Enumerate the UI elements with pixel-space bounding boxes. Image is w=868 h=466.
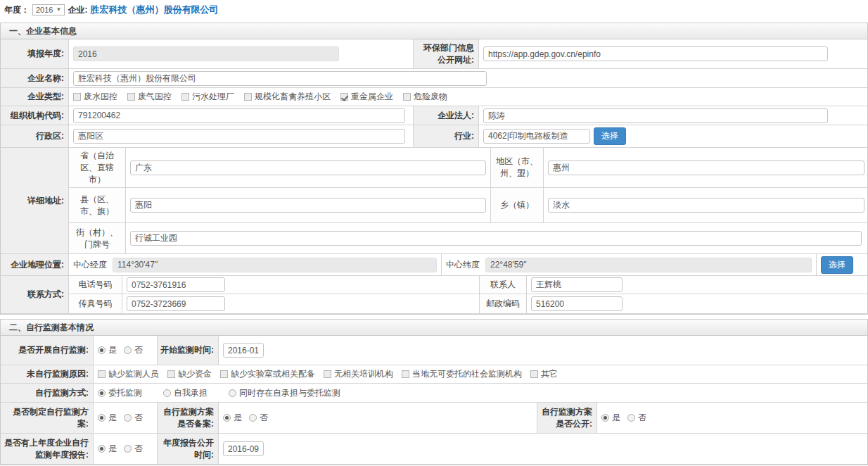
no-reason-option[interactable]: 缺少资金 bbox=[167, 368, 212, 380]
report-year-label: 填报年度: bbox=[1, 39, 69, 68]
district-input[interactable] bbox=[73, 129, 405, 144]
company-type-option[interactable]: 废水国控 bbox=[73, 91, 117, 103]
contact-subrow-fax: 传真号码 邮政编码 bbox=[69, 294, 867, 313]
row-company-type: 企业类型: 废水国控 废气国控 污水处理厂 规模化畜禽养殖小区 重金属企业 危险… bbox=[1, 88, 867, 106]
plan-made-options: 是 否 bbox=[94, 403, 158, 433]
province-cell bbox=[126, 148, 491, 187]
org-code-input[interactable] bbox=[73, 108, 405, 123]
row-geo-location: 企业地理位置: 中心经度 中心纬度 选择 bbox=[1, 254, 867, 276]
street-label: 街（村）、门牌号 bbox=[69, 223, 126, 253]
contact-person-input[interactable] bbox=[531, 277, 623, 292]
conduct-yes[interactable]: 是 bbox=[98, 344, 117, 356]
plan-made-yes[interactable]: 是 bbox=[98, 412, 117, 424]
start-time-input[interactable] bbox=[223, 343, 264, 358]
row-org-code: 组织机构代码: 企业法人: bbox=[1, 106, 867, 125]
report-time-input[interactable] bbox=[223, 441, 264, 456]
legal-person-label: 企业法人: bbox=[414, 106, 479, 125]
company-type-label: 企业类型: bbox=[1, 88, 69, 106]
no-reason-option[interactable]: 缺少监测人员 bbox=[98, 368, 159, 380]
region-cell bbox=[544, 148, 868, 187]
plan-public-yes[interactable]: 是 bbox=[601, 412, 620, 424]
street-cell bbox=[126, 223, 868, 253]
latitude-cell: 中心纬度 bbox=[442, 254, 817, 275]
plan-filed-options: 是 否 bbox=[219, 403, 537, 433]
method-option[interactable]: 同时存在自承担与委托监测 bbox=[229, 387, 340, 399]
company-type-option[interactable]: 危险废物 bbox=[403, 91, 447, 103]
conduct-options: 是 否 bbox=[94, 336, 158, 365]
company-type-option[interactable]: 污水处理厂 bbox=[181, 91, 234, 103]
no-reason-option[interactable]: 无相关培训机构 bbox=[324, 368, 393, 380]
county-input[interactable] bbox=[130, 198, 486, 213]
company-name-title: 胜宏科技（惠州）股份有限公司 bbox=[90, 4, 218, 16]
county-label: 县（区、市、旗） bbox=[69, 188, 126, 222]
radio-icon bbox=[124, 414, 132, 422]
prev-report-no[interactable]: 否 bbox=[124, 443, 143, 455]
geo-select-button[interactable]: 选择 bbox=[821, 256, 853, 274]
plan-filed-yes[interactable]: 是 bbox=[223, 412, 242, 424]
no-reason-options: 缺少监测人员 缺少资金 缺少实验室或相关配备 无相关培训机构 当地无可委托的社会… bbox=[94, 365, 867, 383]
plan-public-label: 自行监测方案是否公开: bbox=[537, 403, 597, 433]
company-label: 企业: bbox=[68, 4, 87, 16]
prev-report-yes[interactable]: 是 bbox=[98, 443, 117, 455]
row-company-name: 企业名称: bbox=[1, 69, 867, 88]
checkbox-icon bbox=[244, 93, 252, 101]
method-option[interactable]: 自我承担 bbox=[163, 387, 208, 399]
industry-select-button[interactable]: 选择 bbox=[594, 127, 626, 145]
plan-public-no[interactable]: 否 bbox=[627, 412, 646, 424]
no-reason-option[interactable]: 其它 bbox=[530, 368, 558, 380]
legal-person-input[interactable] bbox=[483, 108, 828, 123]
longitude-label: 中心经度 bbox=[73, 259, 107, 271]
contact-person-cell bbox=[527, 276, 867, 294]
section-basic-info: 一、企业基本信息 填报年度: 环保部门信息公开网址: 企业名称: 企业类型: 废… bbox=[0, 23, 868, 315]
town-input[interactable] bbox=[548, 198, 864, 213]
prev-report-options: 是 否 bbox=[94, 434, 158, 464]
address-label: 详细地址: bbox=[1, 148, 69, 253]
company-type-option[interactable]: 规模化畜禽养殖小区 bbox=[244, 91, 331, 103]
address-subrow-street: 街（村）、门牌号 bbox=[69, 223, 868, 253]
geo-select-cell: 选择 bbox=[817, 254, 867, 275]
radio-icon bbox=[163, 389, 171, 397]
checkbox-icon bbox=[127, 93, 135, 101]
checkbox-icon bbox=[220, 370, 228, 378]
plan-made-no[interactable]: 否 bbox=[124, 412, 143, 424]
radio-icon bbox=[249, 414, 257, 422]
org-code-label: 组织机构代码: bbox=[1, 106, 69, 125]
fax-input[interactable] bbox=[127, 296, 225, 311]
longitude-input[interactable] bbox=[113, 258, 437, 272]
company-type-option[interactable]: 废气国控 bbox=[127, 91, 172, 103]
radio-icon bbox=[627, 414, 635, 422]
county-cell bbox=[126, 188, 491, 222]
conduct-label: 是否开展自行监测: bbox=[1, 336, 94, 365]
year-select[interactable]: 2016 ▼ bbox=[32, 4, 65, 15]
conduct-no[interactable]: 否 bbox=[124, 344, 143, 356]
method-option[interactable]: 委托监测 bbox=[98, 387, 142, 399]
industry-cell: 选择 bbox=[479, 125, 867, 147]
region-input[interactable] bbox=[548, 160, 864, 175]
report-time-cell bbox=[219, 434, 867, 464]
no-reason-option[interactable]: 当地无可委托的社会监测机构 bbox=[402, 368, 522, 380]
latitude-label: 中心纬度 bbox=[446, 259, 480, 271]
plan-public-options: 是 否 bbox=[597, 403, 867, 433]
industry-input[interactable] bbox=[483, 129, 590, 144]
env-url-cell bbox=[479, 39, 867, 68]
district-label: 行政区: bbox=[1, 125, 69, 147]
company-name-label: 企业名称: bbox=[1, 69, 69, 87]
checkbox-icon bbox=[340, 93, 348, 101]
province-input[interactable] bbox=[130, 160, 486, 175]
plan-filed-no[interactable]: 否 bbox=[249, 412, 268, 424]
row-conduct-monitoring: 是否开展自行监测: 是 否 开始监测时间: bbox=[1, 336, 867, 365]
legal-person-cell bbox=[479, 106, 867, 125]
checkbox-icon bbox=[167, 370, 175, 378]
company-name-input[interactable] bbox=[73, 71, 487, 86]
radio-icon bbox=[601, 414, 609, 422]
phone-input[interactable] bbox=[127, 277, 225, 292]
latitude-input[interactable] bbox=[485, 258, 812, 272]
section1-title: 一、企业基本信息 bbox=[1, 23, 867, 39]
no-reason-option[interactable]: 缺少实验室或相关配备 bbox=[220, 368, 315, 380]
env-url-input[interactable] bbox=[483, 46, 828, 61]
report-year-input[interactable] bbox=[73, 46, 339, 61]
contact-person-label: 联系人 bbox=[480, 276, 527, 294]
zip-input[interactable] bbox=[531, 296, 623, 311]
street-input[interactable] bbox=[130, 231, 862, 246]
company-type-option[interactable]: 重金属企业 bbox=[340, 91, 393, 103]
